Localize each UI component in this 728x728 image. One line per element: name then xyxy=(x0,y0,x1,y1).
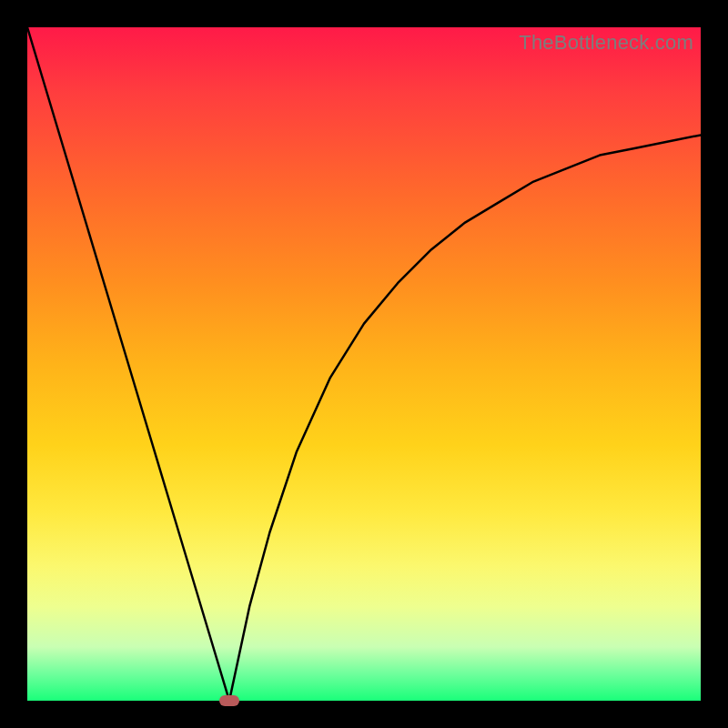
optimum-marker xyxy=(219,695,239,706)
plot-area: TheBottleneck.com xyxy=(27,27,701,701)
curve-path xyxy=(27,27,701,701)
chart-frame: TheBottleneck.com xyxy=(0,0,728,728)
bottleneck-curve xyxy=(27,27,701,701)
